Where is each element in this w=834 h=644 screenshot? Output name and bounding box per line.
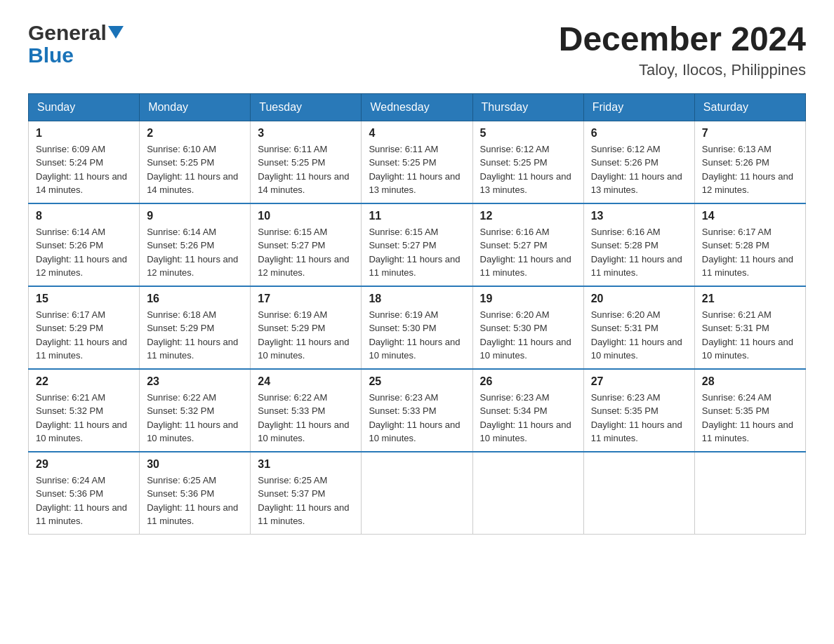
calendar-cell bbox=[583, 452, 694, 535]
calendar-cell: 15Sunrise: 6:17 AMSunset: 5:29 PMDayligh… bbox=[29, 286, 140, 369]
calendar-cell: 22Sunrise: 6:21 AMSunset: 5:32 PMDayligh… bbox=[29, 369, 140, 452]
calendar-cell: 20Sunrise: 6:20 AMSunset: 5:31 PMDayligh… bbox=[583, 286, 694, 369]
day-info: Sunrise: 6:09 AMSunset: 5:24 PMDaylight:… bbox=[36, 142, 132, 197]
day-info: Sunrise: 6:24 AMSunset: 5:36 PMDaylight:… bbox=[36, 474, 132, 528]
day-number: 13 bbox=[591, 210, 687, 222]
day-number: 18 bbox=[369, 293, 465, 305]
calendar-cell: 27Sunrise: 6:23 AMSunset: 5:35 PMDayligh… bbox=[583, 369, 694, 452]
weekday-header-monday: Monday bbox=[140, 93, 251, 121]
day-info: Sunrise: 6:10 AMSunset: 5:25 PMDaylight:… bbox=[147, 142, 243, 197]
calendar-cell: 25Sunrise: 6:23 AMSunset: 5:33 PMDayligh… bbox=[362, 369, 472, 452]
day-info: Sunrise: 6:22 AMSunset: 5:32 PMDaylight:… bbox=[147, 391, 243, 445]
day-info: Sunrise: 6:11 AMSunset: 5:25 PMDaylight:… bbox=[258, 142, 354, 197]
day-number: 5 bbox=[480, 127, 576, 140]
calendar-cell: 26Sunrise: 6:23 AMSunset: 5:34 PMDayligh… bbox=[472, 369, 583, 452]
svg-marker-0 bbox=[108, 26, 124, 39]
day-number: 21 bbox=[702, 293, 798, 305]
day-info: Sunrise: 6:12 AMSunset: 5:26 PMDaylight:… bbox=[591, 142, 687, 197]
calendar-cell: 6Sunrise: 6:12 AMSunset: 5:26 PMDaylight… bbox=[583, 121, 694, 203]
day-number: 16 bbox=[147, 293, 243, 305]
calendar-cell: 7Sunrise: 6:13 AMSunset: 5:26 PMDaylight… bbox=[694, 121, 805, 203]
calendar-cell: 1Sunrise: 6:09 AMSunset: 5:24 PMDaylight… bbox=[29, 121, 140, 203]
logo-general-text: General bbox=[28, 21, 107, 45]
day-info: Sunrise: 6:20 AMSunset: 5:30 PMDaylight:… bbox=[480, 308, 576, 363]
weekday-header-tuesday: Tuesday bbox=[251, 93, 362, 121]
day-info: Sunrise: 6:16 AMSunset: 5:27 PMDaylight:… bbox=[480, 225, 576, 280]
day-info: Sunrise: 6:14 AMSunset: 5:26 PMDaylight:… bbox=[147, 225, 243, 280]
day-number: 10 bbox=[258, 210, 354, 222]
calendar-cell: 10Sunrise: 6:15 AMSunset: 5:27 PMDayligh… bbox=[251, 203, 362, 286]
calendar-cell: 11Sunrise: 6:15 AMSunset: 5:27 PMDayligh… bbox=[362, 203, 472, 286]
weekday-header-saturday: Saturday bbox=[694, 93, 805, 121]
day-info: Sunrise: 6:15 AMSunset: 5:27 PMDaylight:… bbox=[369, 225, 465, 280]
calendar-cell: 5Sunrise: 6:12 AMSunset: 5:25 PMDaylight… bbox=[472, 121, 583, 203]
day-info: Sunrise: 6:22 AMSunset: 5:33 PMDaylight:… bbox=[258, 391, 354, 445]
logo-triangle-icon bbox=[108, 26, 124, 41]
day-number: 6 bbox=[591, 127, 687, 140]
calendar-cell bbox=[472, 452, 583, 535]
day-info: Sunrise: 6:17 AMSunset: 5:28 PMDaylight:… bbox=[702, 225, 798, 280]
day-info: Sunrise: 6:21 AMSunset: 5:31 PMDaylight:… bbox=[702, 308, 798, 363]
day-info: Sunrise: 6:23 AMSunset: 5:35 PMDaylight:… bbox=[591, 391, 687, 445]
logo-blue-text: Blue bbox=[28, 45, 74, 66]
calendar-cell: 23Sunrise: 6:22 AMSunset: 5:32 PMDayligh… bbox=[140, 369, 251, 452]
day-number: 3 bbox=[258, 127, 354, 140]
title-section: December 2024 Taloy, Ilocos, Philippines bbox=[559, 21, 806, 79]
calendar-cell: 17Sunrise: 6:19 AMSunset: 5:29 PMDayligh… bbox=[251, 286, 362, 369]
day-number: 22 bbox=[36, 375, 132, 388]
day-number: 20 bbox=[591, 293, 687, 305]
day-number: 24 bbox=[258, 375, 354, 388]
calendar-cell: 3Sunrise: 6:11 AMSunset: 5:25 PMDaylight… bbox=[251, 121, 362, 203]
day-number: 29 bbox=[36, 458, 132, 471]
calendar-cell: 12Sunrise: 6:16 AMSunset: 5:27 PMDayligh… bbox=[472, 203, 583, 286]
calendar-cell: 28Sunrise: 6:24 AMSunset: 5:35 PMDayligh… bbox=[694, 369, 805, 452]
calendar-cell: 24Sunrise: 6:22 AMSunset: 5:33 PMDayligh… bbox=[251, 369, 362, 452]
calendar-cell bbox=[694, 452, 805, 535]
day-info: Sunrise: 6:18 AMSunset: 5:29 PMDaylight:… bbox=[147, 308, 243, 363]
calendar-cell: 16Sunrise: 6:18 AMSunset: 5:29 PMDayligh… bbox=[140, 286, 251, 369]
day-number: 31 bbox=[258, 458, 354, 471]
calendar-cell: 21Sunrise: 6:21 AMSunset: 5:31 PMDayligh… bbox=[694, 286, 805, 369]
day-info: Sunrise: 6:25 AMSunset: 5:36 PMDaylight:… bbox=[147, 474, 243, 528]
weekday-header-thursday: Thursday bbox=[472, 93, 583, 121]
location-subtitle: Taloy, Ilocos, Philippines bbox=[559, 61, 806, 79]
logo-icon: General bbox=[28, 21, 124, 45]
day-info: Sunrise: 6:19 AMSunset: 5:29 PMDaylight:… bbox=[258, 308, 354, 363]
day-info: Sunrise: 6:16 AMSunset: 5:28 PMDaylight:… bbox=[591, 225, 687, 280]
calendar-cell bbox=[362, 452, 472, 535]
calendar-week-row: 1Sunrise: 6:09 AMSunset: 5:24 PMDaylight… bbox=[29, 121, 806, 203]
day-info: Sunrise: 6:24 AMSunset: 5:35 PMDaylight:… bbox=[702, 391, 798, 445]
day-number: 12 bbox=[480, 210, 576, 222]
day-number: 1 bbox=[36, 127, 132, 140]
day-info: Sunrise: 6:17 AMSunset: 5:29 PMDaylight:… bbox=[36, 308, 132, 363]
day-info: Sunrise: 6:14 AMSunset: 5:26 PMDaylight:… bbox=[36, 225, 132, 280]
calendar-cell: 18Sunrise: 6:19 AMSunset: 5:30 PMDayligh… bbox=[362, 286, 472, 369]
calendar-cell: 31Sunrise: 6:25 AMSunset: 5:37 PMDayligh… bbox=[251, 452, 362, 535]
day-info: Sunrise: 6:12 AMSunset: 5:25 PMDaylight:… bbox=[480, 142, 576, 197]
logo: General Blue bbox=[28, 21, 124, 66]
day-info: Sunrise: 6:11 AMSunset: 5:25 PMDaylight:… bbox=[369, 142, 465, 197]
day-info: Sunrise: 6:19 AMSunset: 5:30 PMDaylight:… bbox=[369, 308, 465, 363]
page-header: General Blue December 2024 Taloy, Ilocos… bbox=[28, 21, 806, 79]
calendar-week-row: 8Sunrise: 6:14 AMSunset: 5:26 PMDaylight… bbox=[29, 203, 806, 286]
weekday-header-friday: Friday bbox=[583, 93, 694, 121]
day-number: 14 bbox=[702, 210, 798, 222]
calendar-week-row: 22Sunrise: 6:21 AMSunset: 5:32 PMDayligh… bbox=[29, 369, 806, 452]
calendar-header-row: SundayMondayTuesdayWednesdayThursdayFrid… bbox=[29, 93, 806, 121]
day-info: Sunrise: 6:25 AMSunset: 5:37 PMDaylight:… bbox=[258, 474, 354, 528]
day-info: Sunrise: 6:23 AMSunset: 5:34 PMDaylight:… bbox=[480, 391, 576, 445]
calendar-cell: 29Sunrise: 6:24 AMSunset: 5:36 PMDayligh… bbox=[29, 452, 140, 535]
calendar-week-row: 29Sunrise: 6:24 AMSunset: 5:36 PMDayligh… bbox=[29, 452, 806, 535]
day-number: 28 bbox=[702, 375, 798, 388]
weekday-header-wednesday: Wednesday bbox=[362, 93, 472, 121]
day-info: Sunrise: 6:20 AMSunset: 5:31 PMDaylight:… bbox=[591, 308, 687, 363]
day-info: Sunrise: 6:13 AMSunset: 5:26 PMDaylight:… bbox=[702, 142, 798, 197]
day-info: Sunrise: 6:21 AMSunset: 5:32 PMDaylight:… bbox=[36, 391, 132, 445]
day-number: 17 bbox=[258, 293, 354, 305]
day-number: 23 bbox=[147, 375, 243, 388]
calendar-table: SundayMondayTuesdayWednesdayThursdayFrid… bbox=[28, 93, 806, 535]
day-info: Sunrise: 6:15 AMSunset: 5:27 PMDaylight:… bbox=[258, 225, 354, 280]
calendar-cell: 2Sunrise: 6:10 AMSunset: 5:25 PMDaylight… bbox=[140, 121, 251, 203]
month-year-title: December 2024 bbox=[559, 21, 806, 58]
day-number: 8 bbox=[36, 210, 132, 222]
